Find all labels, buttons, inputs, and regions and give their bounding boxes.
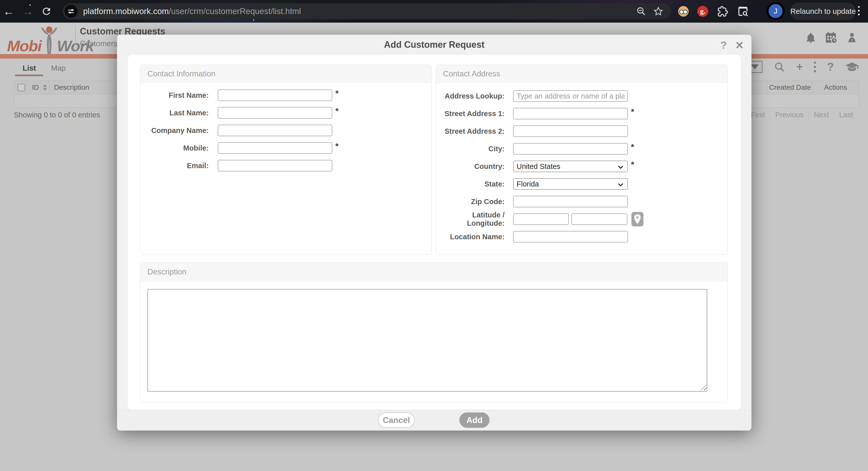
contact-address-panel: Contact Address Address Lookup: Street A… — [436, 65, 728, 255]
state-select[interactable]: Florida — [513, 178, 628, 190]
description-panel: Description — [140, 262, 728, 403]
tab-search-icon[interactable] — [737, 5, 749, 17]
company-name-input[interactable] — [218, 125, 332, 136]
contact-information-panel: Contact Information First Name: * Last N… — [140, 65, 432, 255]
country-select-value: United States — [517, 163, 560, 171]
zip-code-label: Zip Code: — [436, 198, 504, 206]
dialog-help-icon[interactable]: ? — [720, 39, 727, 51]
tune-icon — [67, 7, 75, 15]
state-label: State: — [436, 180, 504, 188]
state-select-value: Florida — [517, 180, 539, 188]
state-row: State: Florida — [436, 178, 727, 190]
description-textarea[interactable] — [148, 289, 707, 391]
dialog-title: Add Customer Request — [117, 35, 751, 55]
g-extension-icon[interactable]: g. — [697, 6, 708, 17]
country-label: Country: — [436, 163, 504, 171]
country-row: Country: United States * — [436, 160, 727, 172]
location-name-label: Location Name: — [436, 233, 504, 241]
browser-menu-icon[interactable] — [858, 6, 860, 15]
mobile-input[interactable] — [218, 142, 332, 154]
street-address-1-label: Street Address 1: — [436, 110, 504, 118]
profile-avatar[interactable]: J — [767, 2, 785, 20]
description-header: Description — [141, 262, 727, 282]
address-lookup-label: Address Lookup: — [436, 92, 504, 100]
city-label: City: — [436, 145, 504, 153]
chevron-down-icon — [617, 164, 624, 171]
browser-toolbar: ← → platform.mobiwork.com/user/crm/custo… — [0, 0, 868, 23]
last-name-label: Last Name: — [141, 109, 209, 117]
required-marker: * — [335, 106, 339, 116]
first-name-label: First Name: — [141, 91, 209, 99]
latitude-input[interactable] — [513, 213, 569, 225]
chevron-down-icon — [617, 181, 624, 188]
zip-code-input[interactable] — [513, 196, 628, 207]
extensions-puzzle-icon[interactable] — [717, 5, 728, 17]
street-address-2-row: Street Address 2: — [436, 125, 727, 137]
street-address-2-label: Street Address 2: — [436, 127, 504, 136]
street-address-1-input[interactable] — [513, 108, 628, 119]
site-settings-icon[interactable] — [65, 5, 78, 18]
contact-information-header: Contact Information — [141, 65, 431, 83]
required-marker: * — [335, 141, 339, 151]
last-name-row: Last Name: * — [141, 107, 431, 119]
address-lookup-input[interactable] — [513, 90, 628, 102]
city-input[interactable] — [513, 143, 628, 154]
url-domain: platform.mobiwork.com — [83, 6, 169, 16]
lat-lng-row: Latitude / Longitude: — [436, 213, 727, 225]
email-label: Email: — [141, 161, 209, 170]
street-address-1-row: Street Address 1: * — [436, 108, 727, 119]
first-name-row: First Name: * — [141, 89, 431, 101]
relaunch-to-update-button[interactable]: Relaunch to update — [790, 2, 856, 20]
address-bar[interactable]: platform.mobiwork.com/user/crm/customerR… — [63, 3, 671, 19]
first-name-input[interactable] — [218, 89, 332, 101]
country-select[interactable]: United States — [513, 160, 628, 172]
zip-code-row: Zip Code: — [436, 196, 727, 207]
contact-address-header: Contact Address — [436, 65, 727, 83]
address-bar-actions — [636, 3, 663, 19]
url-path: /user/crm/customerRequest/list.html — [169, 6, 301, 16]
email-row: Email: — [141, 160, 431, 171]
city-row: City: * — [436, 143, 727, 154]
bookmark-star-icon[interactable] — [653, 6, 663, 17]
zoom-out-icon[interactable] — [636, 6, 647, 17]
extensions-row: g. — [678, 0, 749, 23]
lat-lng-label: Latitude / Longitude: — [436, 211, 504, 228]
company-name-row: Company Name: — [141, 125, 431, 136]
required-marker: * — [631, 159, 634, 169]
address-lookup-row: Address Lookup: — [436, 90, 727, 102]
dialog-close-icon[interactable]: ✕ — [735, 39, 744, 52]
street-address-2-input[interactable] — [513, 125, 628, 137]
mobile-row: Mobile: * — [141, 142, 431, 154]
email-input[interactable] — [218, 160, 332, 171]
mobile-label: Mobile: — [141, 144, 209, 152]
required-marker: * — [631, 107, 634, 117]
required-marker: * — [335, 88, 339, 98]
add-button[interactable]: Add — [459, 412, 490, 428]
reload-glyph — [41, 6, 52, 17]
dialog-body: Contact Information First Name: * Last N… — [128, 55, 741, 410]
screen: ← → platform.mobiwork.com/user/crm/custo… — [0, 0, 868, 471]
company-name-label: Company Name: — [141, 126, 209, 135]
dialog-footer: Cancel Add — [117, 410, 751, 431]
url-text[interactable]: platform.mobiwork.com/user/crm/customerR… — [83, 6, 301, 16]
back-icon[interactable]: ← — [0, 0, 18, 23]
longitude-input[interactable] — [571, 213, 627, 225]
avatar-extension-icon[interactable] — [678, 6, 689, 17]
last-name-input[interactable] — [218, 107, 332, 119]
profile-initial: J — [769, 4, 783, 18]
cancel-button[interactable]: Cancel — [378, 412, 415, 428]
map-pin-icon — [633, 214, 642, 225]
map-pin-button[interactable] — [631, 212, 644, 227]
location-name-row: Location Name: — [436, 231, 727, 242]
reload-icon[interactable] — [38, 0, 55, 23]
location-name-input[interactable] — [513, 231, 628, 242]
forward-icon[interactable]: → — [19, 0, 37, 23]
required-marker: * — [631, 142, 634, 152]
add-customer-request-dialog: Add Customer Request ? ✕ Contact Informa… — [117, 35, 751, 431]
